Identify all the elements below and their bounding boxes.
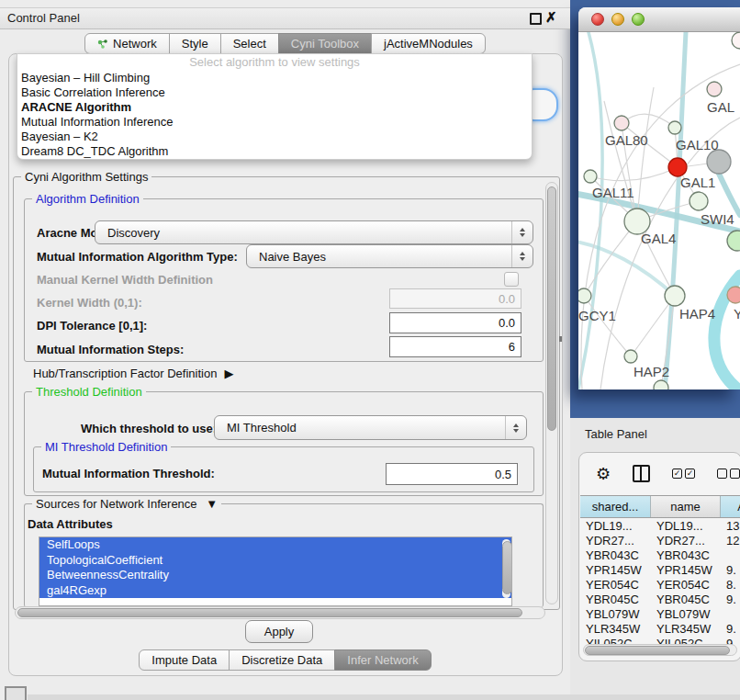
algorithm-option-mutual-information-inference[interactable]: Mutual Information Inference: [17, 115, 532, 130]
column-header-shared[interactable]: shared...: [580, 496, 651, 517]
network-node[interactable]: [668, 158, 687, 176]
table-row[interactable]: YPR145WYPR145W9.: [580, 562, 740, 577]
hub-definition-label: Hub/Transcription Factor Definition: [33, 367, 217, 380]
algorithm-dropdown-popup: Select algorithm to view settings Bayesi…: [17, 53, 533, 160]
which-threshold-select[interactable]: MI Threshold: [214, 415, 527, 440]
table-row[interactable]: YDR27...YDR27...12: [580, 533, 740, 548]
network-node-gal1[interactable]: [690, 192, 708, 210]
deselect-all-checkboxes-icon[interactable]: [717, 469, 740, 479]
zoom-traffic-light-icon[interactable]: [632, 13, 645, 26]
tab-style[interactable]: Style: [169, 33, 221, 54]
table-row[interactable]: YDL19...YDL19...13: [580, 518, 740, 533]
threshold-definition-title: Threshold Definition: [32, 385, 146, 399]
aracne-mode-select[interactable]: Discovery: [95, 220, 533, 244]
table-row[interactable]: YBR045CYBR045C9.: [580, 592, 740, 606]
tab-cyni-toolbox[interactable]: Cyni Toolbox: [278, 33, 372, 54]
algorithm-option-bayesian-k2[interactable]: Bayesian – K2: [17, 130, 532, 144]
list-vertical-scrollbar[interactable]: [502, 539, 510, 598]
network-window-titlebar[interactable]: [578, 7, 740, 32]
table-row[interactable]: YBR043CYBR043C: [580, 548, 740, 562]
data-attribute-topologicalcoefficient[interactable]: TopologicalCoefficient: [39, 553, 511, 569]
apply-button[interactable]: Apply: [245, 620, 313, 643]
kernel-width-input[interactable]: 0.0: [389, 288, 521, 309]
table-toolbar: ⚙ ✓✓: [596, 464, 740, 483]
gear-icon[interactable]: ⚙: [596, 466, 611, 482]
table-cell: YBL079W: [580, 607, 651, 621]
column-header-a[interactable]: A: [721, 496, 740, 517]
table-cell: YBR045C: [580, 593, 651, 606]
table-cell: 12: [721, 534, 740, 548]
select-all-checkboxes-icon[interactable]: ✓✓: [672, 469, 695, 479]
network-node-gal[interactable]: [707, 82, 722, 96]
tab-jactivemnodules[interactable]: jActiveMNodules: [371, 33, 486, 54]
network-node[interactable]: [707, 150, 731, 174]
data-attribute-gal4rgexp[interactable]: gal4RGexp: [39, 583, 511, 599]
hub-definition-toggle[interactable]: Hub/Transcription Factor Definition▶: [33, 367, 233, 380]
tab-discretize-data[interactable]: Discretize Data: [229, 649, 335, 671]
data-attribute-selfloops[interactable]: SelfLoops: [39, 537, 511, 553]
sources-title[interactable]: Sources for Network Inference ▼: [32, 497, 221, 511]
close-icon[interactable]: ✗: [545, 9, 557, 26]
table-cell: YER054C: [580, 578, 651, 592]
table-cell: YBR043C: [580, 548, 651, 562]
dpi-tolerance-label: DPI Tolerance [0,1]:: [37, 319, 147, 333]
tab-label: Infer Network: [347, 653, 418, 667]
tab-select[interactable]: Select: [220, 33, 279, 54]
stepper-arrows-icon: [505, 416, 526, 439]
tab-network[interactable]: Network: [84, 33, 170, 54]
table-cell: YDR27...: [580, 534, 651, 548]
control-panel: Control Panel ✗ NetworkStyleSelectCyni T…: [0, 0, 570, 677]
table-horizontal-scrollbar[interactable]: [583, 644, 737, 656]
table-row[interactable]: YBL079WYBL079W: [580, 606, 740, 621]
tab-label: jActiveMNodules: [384, 37, 473, 51]
network-node-gal10[interactable]: [668, 121, 681, 134]
algorithm-option-dream8-dc-tdc-algorithm[interactable]: Dream8 DC_TDC Algorithm: [17, 144, 532, 159]
settings-horizontal-scrollbar-thumb[interactable]: [17, 608, 522, 617]
sources-title-text: Sources for Network Inference: [36, 497, 197, 511]
table-rows: YDL19...YDL19...13YDR27...YDR27...12YBR0…: [580, 518, 740, 647]
table-cell: YDR27...: [651, 534, 721, 548]
dpi-tolerance-input[interactable]: 0.0: [389, 312, 521, 333]
network-canvas[interactable]: GALGAL80GAL10GAL1GAL11GAL4SWI4GCY1HAP4YH…: [578, 32, 740, 390]
collapse-arrow-icon: ▼: [206, 497, 218, 511]
float-window-icon[interactable]: [530, 13, 542, 25]
network-node[interactable]: [654, 380, 668, 390]
network-node-y[interactable]: [727, 287, 740, 303]
manual-kernel-width-checkbox[interactable]: [504, 272, 519, 287]
mi-steps-input[interactable]: 6: [389, 336, 521, 357]
network-node-gal11[interactable]: [584, 170, 597, 183]
settings-vertical-scrollbar[interactable]: [545, 182, 558, 604]
table-panel-body: ⚙ ✓✓ shared...nameA YDL19...YDL19...13YD…: [578, 452, 740, 661]
settings-vertical-scrollbar-thumb[interactable]: [547, 186, 556, 431]
algorithm-option-bayesian-hill-climbing[interactable]: Bayesian – Hill Climbing: [17, 71, 532, 85]
mi-threshold-input[interactable]: 0.5: [386, 463, 518, 485]
close-traffic-light-icon[interactable]: [591, 13, 604, 26]
table-cell: 9.: [721, 563, 740, 577]
network-node-label: SWI4: [701, 211, 734, 227]
table-row[interactable]: YER054CYER054C8.: [580, 577, 740, 592]
algorithm-option-basic-correlation-inference[interactable]: Basic Correlation Inference: [17, 85, 532, 100]
network-node-label: GAL11: [592, 185, 634, 200]
split-columns-icon[interactable]: [633, 465, 650, 482]
minimized-window-icon[interactable]: [5, 686, 27, 700]
minimize-traffic-light-icon[interactable]: [611, 13, 624, 26]
list-scrollbar-thumb[interactable]: [502, 541, 512, 594]
network-node-gal80[interactable]: [614, 116, 629, 130]
column-header-name[interactable]: name: [651, 496, 721, 517]
tab-label: Select: [233, 37, 266, 51]
panel-splitter-handle[interactable]: [559, 336, 562, 342]
network-view-window: GALGAL80GAL10GAL1GAL11GAL4SWI4GCY1HAP4YH…: [578, 7, 740, 390]
network-node-hap4[interactable]: [665, 286, 685, 306]
network-node-hap2[interactable]: [624, 350, 637, 363]
data-attributes-list[interactable]: SelfLoopsTopologicalCoefficientBetweenne…: [39, 536, 512, 606]
mi-algorithm-type-select[interactable]: Naive Bayes: [246, 244, 533, 268]
algorithm-option-aracne-algorithm[interactable]: ARACNE Algorithm: [17, 100, 532, 115]
network-node-gcy1[interactable]: [578, 288, 591, 303]
settings-horizontal-scrollbar[interactable]: [15, 606, 545, 619]
table-horizontal-scrollbar-thumb[interactable]: [585, 646, 730, 655]
data-attributes-label: Data Attributes: [28, 517, 113, 531]
tab-impute-data[interactable]: Impute Data: [139, 649, 230, 671]
tab-infer-network[interactable]: Infer Network: [334, 649, 431, 671]
table-row[interactable]: YLR345WYLR345W9.: [580, 621, 740, 636]
data-attribute-betweennesscentrality[interactable]: BetweennessCentrality: [39, 568, 511, 583]
